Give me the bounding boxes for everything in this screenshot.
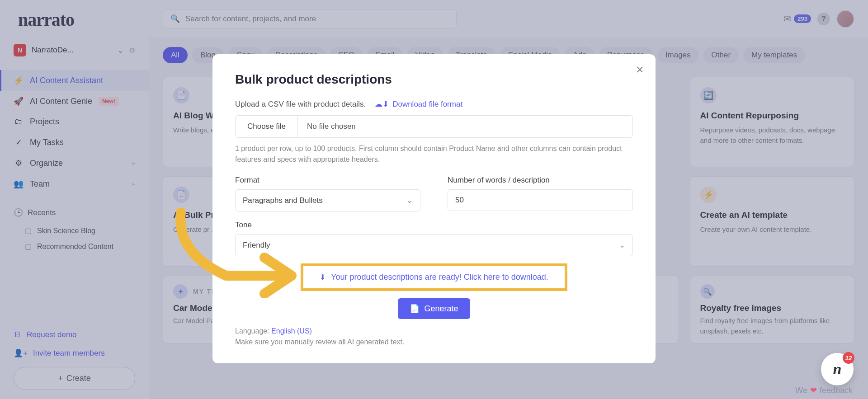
words-field: Number of words / description 50 xyxy=(448,176,633,211)
language-link[interactable]: English (US) xyxy=(271,327,312,335)
help-text: 1 product per row, up to 100 products. F… xyxy=(235,143,633,165)
download-ready-link[interactable]: ⬇ Your product descriptions are ready! C… xyxy=(301,263,567,291)
words-label: Number of words / description xyxy=(448,176,633,185)
feedback-link[interactable]: We ❤ feedback xyxy=(795,385,853,395)
download-format-link[interactable]: ☁⬇ Download file format xyxy=(375,99,462,109)
tone-select[interactable]: Friendly ⌄ xyxy=(235,234,633,256)
heart-icon: ❤ xyxy=(810,385,817,395)
close-icon[interactable]: ✕ xyxy=(636,64,644,76)
tone-label: Tone xyxy=(235,221,633,230)
form-row: Format Paragraphs and Bullets ⌄ Number o… xyxy=(235,176,633,211)
generate-label: Generate xyxy=(424,304,458,314)
format-select[interactable]: Paragraphs and Bullets ⌄ xyxy=(235,189,420,211)
words-value: 50 xyxy=(455,196,464,205)
tone-value: Friendly xyxy=(243,241,270,250)
tone-field: Tone Friendly ⌄ xyxy=(235,221,633,256)
upload-label: Upload a CSV file with product details. xyxy=(235,100,366,109)
feedback-prefix: We xyxy=(795,386,807,395)
language-prefix: Language: xyxy=(235,327,271,335)
chevron-down-icon: ⌄ xyxy=(619,240,625,250)
modal-title: Bulk product descriptions xyxy=(235,72,633,87)
words-input[interactable]: 50 xyxy=(448,189,633,211)
bulk-descriptions-modal: ✕ Bulk product descriptions Upload a CSV… xyxy=(212,54,656,363)
review-note: Make sure you manually review all AI gen… xyxy=(235,338,633,346)
generate-button[interactable]: 📄 Generate xyxy=(398,298,470,319)
cloud-download-icon: ☁⬇ xyxy=(375,99,389,109)
chevron-down-icon: ⌄ xyxy=(406,196,413,205)
format-label: Format xyxy=(235,176,420,185)
download-link-label: Download file format xyxy=(392,100,462,109)
chat-badge[interactable]: n 12 xyxy=(821,353,854,385)
file-status: No file chosen xyxy=(298,116,632,137)
format-value: Paragraphs and Bullets xyxy=(243,196,323,205)
format-field: Format Paragraphs and Bullets ⌄ xyxy=(235,176,420,211)
chat-logo: n xyxy=(833,361,842,378)
file-picker: Choose file No file chosen xyxy=(235,115,633,138)
modal-overlay[interactable]: ✕ Bulk product descriptions Upload a CSV… xyxy=(0,0,868,399)
chat-notification-count: 12 xyxy=(843,352,854,364)
file-icon: 📄 xyxy=(410,304,420,314)
choose-file-button[interactable]: Choose file xyxy=(236,116,298,137)
ready-text: Your product descriptions are ready! Cli… xyxy=(331,272,548,282)
download-icon: ⬇ xyxy=(320,273,326,282)
upload-row: Upload a CSV file with product details. … xyxy=(235,99,633,109)
feedback-suffix: feedback xyxy=(820,386,853,395)
language-row: Language: English (US) xyxy=(235,327,633,335)
